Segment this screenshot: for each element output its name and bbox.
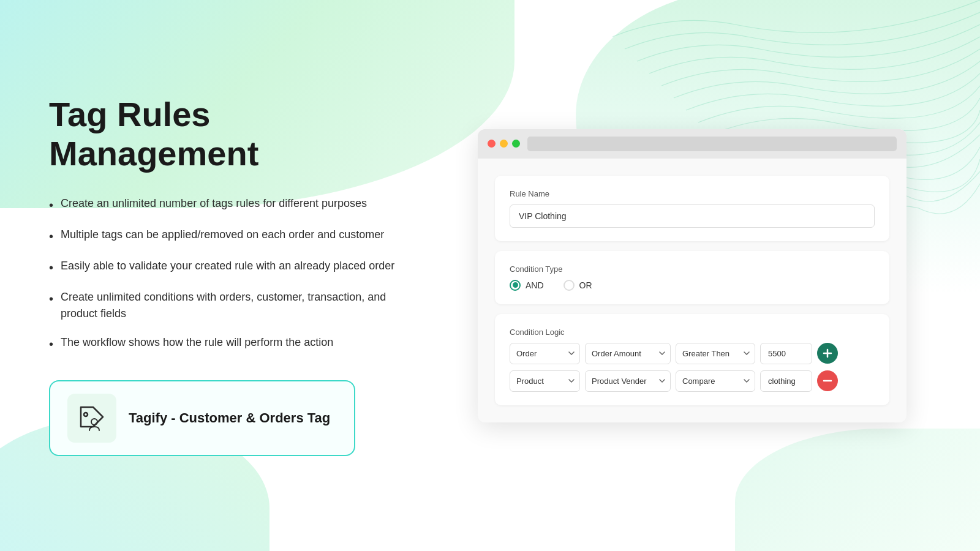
radio-or-label: OR — [579, 280, 592, 290]
radio-circle-or — [564, 280, 575, 291]
feature-item: Create an unlimited number of tags rules… — [49, 195, 404, 214]
minus-icon — [823, 376, 832, 386]
features-list: Create an unlimited number of tags rules… — [49, 195, 404, 353]
app-name: Tagify - Customer & Orders Tag — [129, 410, 330, 426]
traffic-light-red[interactable] — [488, 140, 496, 148]
page: Tag Rules Management Create an unlimited… — [0, 0, 980, 551]
condition-row2-remove-button[interactable] — [817, 370, 838, 391]
feature-item: Create unlimited conditions with orders,… — [49, 289, 404, 322]
condition-logic-label: Condition Logic — [510, 328, 875, 337]
feature-text: Create unlimited conditions with orders,… — [61, 289, 404, 322]
app-card: Tagify - Customer & Orders Tag — [49, 380, 355, 456]
plus-icon — [823, 348, 832, 358]
rule-name-card: Rule Name — [495, 176, 889, 241]
radio-circle-and — [510, 280, 521, 291]
feature-item: Multiple tags can be applied/removed on … — [49, 227, 404, 246]
radio-and[interactable]: AND — [510, 280, 544, 291]
page-title: Tag Rules Management — [49, 95, 404, 174]
browser-window: Rule Name Condition Type AND — [478, 129, 907, 422]
left-panel: Tag Rules Management Create an unlimited… — [49, 95, 404, 457]
rule-name-input[interactable] — [510, 204, 875, 228]
condition-row1-field1[interactable]: Order — [510, 343, 580, 364]
feature-text: Easily able to validate your created rul… — [61, 258, 394, 274]
feature-text: Create an unlimited number of tags rules… — [61, 195, 367, 212]
feature-text: Multiple tags can be applied/removed on … — [61, 227, 384, 243]
traffic-lights — [488, 140, 520, 148]
condition-row-1: Order Order Amount Greater Then — [510, 343, 875, 364]
app-icon — [76, 402, 108, 434]
rule-name-label: Rule Name — [510, 189, 875, 198]
condition-type-label: Condition Type — [510, 264, 875, 274]
condition-logic-card: Condition Logic Order Order Amount Great… — [495, 314, 889, 405]
condition-row2-value[interactable] — [760, 370, 812, 392]
browser-content: Rule Name Condition Type AND — [478, 159, 907, 422]
traffic-light-green[interactable] — [512, 140, 520, 148]
condition-row1-field2[interactable]: Order Amount — [585, 343, 671, 364]
condition-row1-add-button[interactable] — [817, 343, 838, 364]
condition-type-card: Condition Type AND OR — [495, 251, 889, 304]
feature-item: The workflow shows how the rule will per… — [49, 334, 404, 353]
condition-type-radio-row: AND OR — [510, 280, 875, 291]
right-panel: Rule Name Condition Type AND — [453, 129, 931, 422]
app-icon-wrap — [67, 394, 116, 443]
svg-point-0 — [84, 413, 88, 416]
feature-text: The workflow shows how the rule will per… — [61, 334, 333, 351]
condition-row2-operator[interactable]: Compare — [676, 370, 755, 392]
condition-row1-operator[interactable]: Greater Then — [676, 343, 755, 364]
traffic-light-yellow[interactable] — [500, 140, 508, 148]
feature-item: Easily able to validate your created rul… — [49, 258, 404, 277]
condition-row-2: Product Product Vender Compare — [510, 370, 875, 392]
url-bar — [527, 137, 897, 151]
browser-bar — [478, 129, 907, 159]
radio-and-label: AND — [526, 280, 544, 290]
condition-row2-field2[interactable]: Product Vender — [585, 370, 671, 392]
radio-or[interactable]: OR — [564, 280, 592, 291]
condition-row1-value[interactable] — [760, 343, 812, 364]
condition-row2-field1[interactable]: Product — [510, 370, 580, 392]
svg-point-1 — [91, 419, 97, 425]
